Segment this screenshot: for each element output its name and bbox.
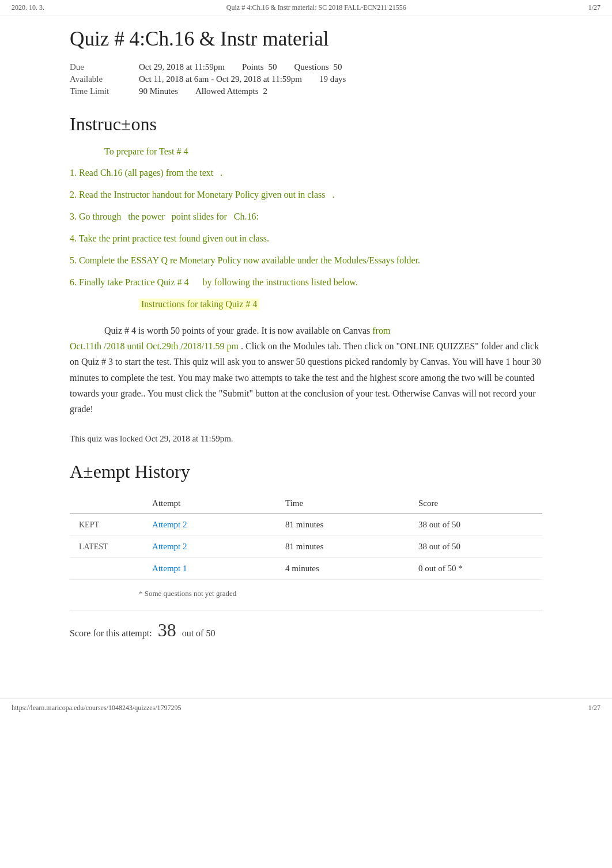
item-2-link[interactable]: Read the Instructor handout for Monetary… [79,190,325,199]
meta-timelimit-label: Time Limit [70,86,122,96]
meta-available-label: Available [70,74,122,84]
attempt1-time: 4 minutes [276,558,409,580]
row3-label [70,558,143,580]
meta-row-due: Due Oct 29, 2018 at 11:59pm Points 50 Qu… [70,62,542,72]
table-row: Attempt 1 4 minutes 0 out of 50 * [70,558,542,580]
meta-due-label: Due [70,62,122,72]
attempt1-link[interactable]: Attempt 1 [143,558,276,580]
instructions-for-taking-wrapper: Instructions for taking Quiz # 4 [104,299,542,317]
bottom-bar: https://learn.maricopa.edu/courses/10482… [0,699,612,717]
bottom-bar-url: https://learn.maricopa.edu/courses/10482… [12,704,182,712]
meta-questions-label: Questions [294,62,329,72]
top-bar: 2020. 10. 3. Quiz # 4:Ch.16 & Instr mate… [0,0,612,16]
meta-attempts-value: 2 [263,86,268,96]
attempt-history-title: A±empt History [70,461,542,482]
quiz-desc-part1: Quiz # 4 is worth 50 points of your grad… [104,326,370,335]
item-4-link[interactable]: Take the print practice test found given… [79,233,269,243]
quiz-desc-part3: . Click on the Modules tab. Then click o… [70,341,541,414]
meta-points-label: Points [242,62,264,72]
meta-table: Due Oct 29, 2018 at 11:59pm Points 50 Qu… [70,62,542,96]
list-item: 2. Read the Instructor handout for Monet… [70,188,542,202]
list-item: 4. Take the print practice test found gi… [70,232,542,246]
col-header-score: Score [409,494,542,514]
instruction-list: 1. Read Ch.16 (all pages) from the text … [70,166,542,289]
meta-available-days: 19 days [319,74,346,84]
latest-label: LATEST [70,536,143,558]
kept-time: 81 minutes [276,514,409,536]
meta-questions: Questions 50 [294,62,342,72]
meta-available-value: Oct 11, 2018 at 6am - Oct 29, 2018 at 11… [139,74,302,84]
meta-questions-value: 50 [334,62,342,72]
item-1-link[interactable]: Read Ch.16 (all pages) from the text [79,168,213,178]
attempt-table-body: KEPT Attempt 2 81 minutes 38 out of 50 L… [70,514,542,580]
meta-points-value: 50 [269,62,277,72]
list-item: 1. Read Ch.16 (all pages) from the text … [70,166,542,180]
item-5-link[interactable]: Complete the ESSAY Q re Monetary Policy … [79,255,420,265]
meta-attempts: Allowed Attempts 2 [195,86,267,96]
col-header-0 [70,494,143,514]
footnote: * Some questions not yet graded [139,589,542,598]
instructions-for-taking: Instructions for taking Quiz # 4 [139,299,259,310]
kept-label: KEPT [70,514,143,536]
score-section: Score for this attempt: 38 out of 50 [70,610,542,641]
quiz-description: Quiz # 4 is worth 50 points of your grad… [70,323,542,417]
meta-attempts-label: Allowed Attempts [195,86,259,96]
kept-attempt-link[interactable]: Attempt 2 [143,514,276,536]
top-bar-page: 1/27 [588,3,600,12]
meta-points: Points 50 [242,62,277,72]
header-row: Attempt Time Score [70,494,542,514]
col-header-time: Time [276,494,409,514]
top-bar-date: 2020. 10. 3. [12,3,44,12]
instructions-title: Instruc±ons [70,114,542,135]
main-content: Quiz # 4:Ch.16 & Instr material Due Oct … [47,16,565,675]
col-header-attempt: Attempt [143,494,276,514]
meta-timelimit-value: 90 Minutes [139,86,178,96]
quiz-desc-dates: Oct.11th /2018 until Oct.29th /2018/11.5… [70,341,239,351]
meta-row-timelimit: Time Limit 90 Minutes Allowed Attempts 2 [70,86,542,96]
item-3-link[interactable]: Go through the power point slides for Ch… [79,212,259,221]
table-row: KEPT Attempt 2 81 minutes 38 out of 50 [70,514,542,536]
kept-score: 38 out of 50 [409,514,542,536]
bottom-bar-page: 1/27 [588,704,600,712]
score-suffix: out of 50 [182,628,216,639]
attempt-table: Attempt Time Score KEPT Attempt 2 81 min… [70,494,542,580]
attempt1-score: 0 out of 50 * [409,558,542,580]
attempt-table-header: Attempt Time Score [70,494,542,514]
table-row: LATEST Attempt 2 81 minutes 38 out of 50 [70,536,542,558]
prepare-link[interactable]: To prepare for Test # 4 [104,146,542,157]
instructions-section: To prepare for Test # 4 1. Read Ch.16 (a… [70,146,542,417]
top-bar-title: Quiz # 4:Ch.16 & Instr material: SC 2018… [226,3,406,12]
locked-notice: This quiz was locked Oct 29, 2018 at 11:… [70,434,542,444]
score-label: Score for this attempt: [70,628,152,639]
latest-time: 81 minutes [276,536,409,558]
list-item: 3. Go through the power point slides for… [70,210,542,224]
latest-score: 38 out of 50 [409,536,542,558]
quiz-desc-from: from [372,326,390,335]
list-item: 6. Finally take Practice Quiz # 4 by fol… [70,276,542,289]
meta-due-value: Oct 29, 2018 at 11:59pm [139,62,225,72]
list-item: 5. Complete the ESSAY Q re Monetary Poli… [70,254,542,267]
item-6-link[interactable]: Finally take Practice Quiz # 4 [79,277,189,287]
latest-attempt-link[interactable]: Attempt 2 [143,536,276,558]
page-title: Quiz # 4:Ch.16 & Instr material [70,28,542,51]
meta-row-available: Available Oct 11, 2018 at 6am - Oct 29, … [70,74,542,84]
score-number: 38 [158,620,176,641]
